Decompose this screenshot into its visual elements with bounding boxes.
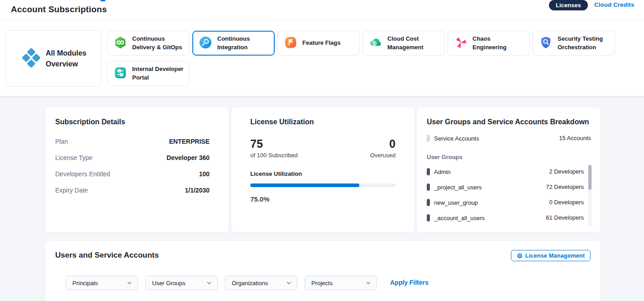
group-name: new_user_group [434,199,478,206]
security-testing-icon [539,36,553,51]
svg-text:$: $ [373,41,376,46]
module-label: Chaos Engineering [472,35,525,51]
group-value: 72 Developers [546,183,584,190]
license-utilization-title: License Utilization [250,118,396,126]
module-label: Security Testing Orchestration [558,35,610,51]
continuous-integration-icon [199,36,212,51]
internal-developer-portal-icon [114,66,127,81]
cloud-credits-link[interactable]: Cloud Credits [594,1,634,8]
group-value: 0 Developers [549,199,584,206]
all-modules-overview-card[interactable]: All Modules Overview [5,30,101,87]
projects-dropdown[interactable]: Projects [305,276,377,290]
principals-dropdown[interactable]: Principals [66,276,138,290]
chevron-down-icon [286,280,291,286]
group-marker [427,183,430,191]
group-list-scrollbar[interactable] [588,164,592,226]
module-card-internal-developer-portal[interactable]: Internal Developer Portal [107,61,190,86]
row-value: 100 [199,170,210,178]
row-label: License Type [55,154,92,161]
row-value: Developer 360 [167,154,210,161]
row-value: 1/1/2030 [185,187,210,194]
cd-gitops-icon [114,36,127,51]
overused-count: 0 [370,138,396,150]
module-label: Continuous Integration [217,35,270,51]
user-group-row: _account_all_users 61 Developers [427,214,600,222]
apply-filters-link[interactable]: Apply Filters [390,279,429,286]
service-accounts-label: Service Accounts [434,135,479,142]
content-area: Subscription Details Plan ENTERPRISE Lic… [0,96,644,301]
user-groups-dropdown[interactable]: User Groups [145,276,218,290]
service-accounts-value: 15 Accounts [559,135,591,141]
all-modules-overview-label: All Modules Overview [46,48,91,69]
group-marker [427,168,430,175]
module-label: Feature Flags [302,39,341,47]
utilization-bar-track [250,183,396,187]
organizations-dropdown[interactable]: Organizations [225,276,297,290]
dropdown-label: Principals [72,280,98,287]
subscription-details-title: Subscription Details [55,118,210,126]
group-name: Admin [434,169,451,175]
row-value: ENTERPRISE [169,138,210,145]
utilization-percent: 75.0% [250,195,396,203]
user-groups-list: Admin 2 Developers _project_all_users 72… [427,168,600,222]
utilization-bar-label: License Utilization [250,170,396,177]
gear-icon: ⚙ [517,253,523,259]
row-label: Developers Entitled [55,170,110,178]
license-utilization-card: License Utilization 75 of 100 Subscribed… [231,107,415,232]
dropdown-label: Projects [311,280,333,287]
group-list-scrollbar-thumb[interactable] [588,165,592,190]
row-label: Expiry Date [55,187,88,194]
overused-caption: Overused [370,152,396,159]
chevron-down-icon [366,280,371,286]
user-group-row: Admin 2 Developers [427,168,600,176]
breakdown-card: User Groups and Service Accounts Breakdo… [417,107,600,232]
user-groups-section-label: User Groups [427,154,600,160]
user-group-row: new_user_group 0 Developers [427,198,600,207]
dropdown-label: User Groups [152,280,186,287]
group-name: _account_all_users [434,215,485,221]
users-service-accounts-card: Users and Service Accounts ⚙ License Man… [45,241,600,301]
feature-flags-icon [284,36,297,51]
service-accounts-marker [427,135,430,142]
module-label: Internal Developer Portal [132,65,185,81]
module-label: Cloud Cost Management [387,35,440,51]
all-modules-icon [20,47,42,71]
subscription-row-developers-entitled: Developers Entitled 100 [55,170,210,179]
licenses-tab-button[interactable]: Licenses [549,0,588,10]
overused-block: 0 Overused [370,138,396,159]
group-marker [427,214,430,221]
chevron-down-icon [206,280,212,286]
module-label: Continuous Delivery & GitOps [132,35,185,51]
subscription-details-card: Subscription Details Plan ENTERPRISE Lic… [45,107,229,232]
group-marker [427,199,430,206]
module-card-security-testing[interactable]: Security Testing Orchestration [533,31,615,56]
filters-row: Principals User Groups Organizations Pro… [66,276,377,290]
dropdown-label: Organizations [232,280,268,287]
module-card-continuous-integration[interactable]: Continuous Integration [192,31,275,56]
subscription-row-license-type: License Type Developer 360 [55,154,210,163]
chaos-engineering-icon [454,36,467,51]
modules-strip: All Modules Overview Continuous Delivery… [0,21,644,96]
chevron-down-icon [127,280,132,286]
breakdown-title: User Groups and Service Accounts Breakdo… [427,118,600,126]
utilization-numbers: 75 of 100 Subscribed 0 Overused [250,138,396,159]
license-management-button[interactable]: ⚙ License Management [511,250,591,261]
cloud-cost-icon: $ [369,36,382,51]
subscription-row-expiry-date: Expiry Date 1/1/2030 [55,187,210,196]
group-value: 2 Developers [549,168,584,175]
group-name: _project_all_users [434,184,482,191]
subscription-row-plan: Plan ENTERPRISE [55,138,210,147]
page-title: Account Subscriptions [11,5,107,14]
module-card-feature-flags[interactable]: Feature Flags [277,31,360,56]
license-management-label: License Management [525,252,585,259]
users-section-title: Users and Service Accounts [55,251,591,260]
utilization-bar-fill [250,183,359,187]
top-edge-artifact [100,0,105,1]
row-label: Plan [55,138,68,145]
group-value: 61 Developers [546,214,584,221]
module-card-cd-gitops[interactable]: Continuous Delivery & GitOps [107,31,190,56]
module-card-chaos-engineering[interactable]: Chaos Engineering [448,31,530,56]
user-group-row: _project_all_users 72 Developers [427,183,600,191]
module-card-cloud-cost[interactable]: $ Cloud Cost Management [363,31,445,56]
service-accounts-row: Service Accounts 15 Accounts [427,134,600,142]
